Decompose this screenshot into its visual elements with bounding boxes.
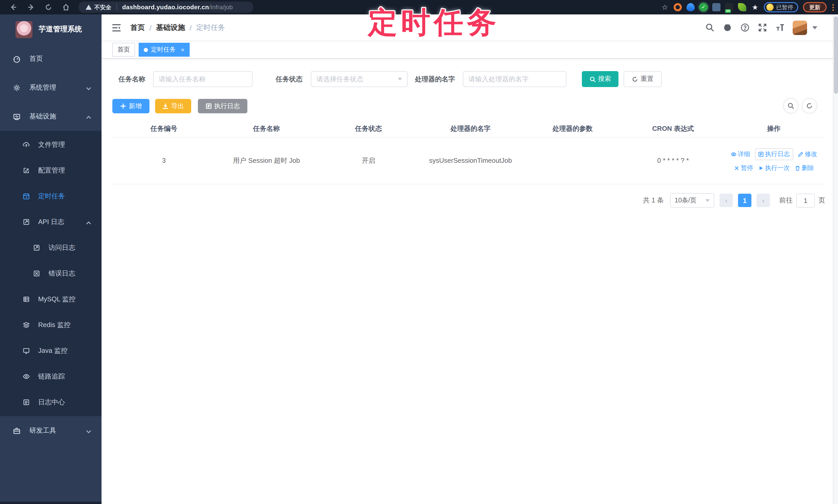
infrastructure-icon bbox=[13, 112, 21, 120]
sidebar-item-home[interactable]: 首页 bbox=[0, 44, 102, 73]
sidebar-item-label: 配置管理 bbox=[38, 166, 65, 175]
scrollbar-thumb[interactable] bbox=[834, 17, 838, 94]
chevron-up-icon bbox=[86, 114, 91, 119]
jobs-table: 任务编号 任务名称 任务状态 处理器的名字 处理器的参数 CRON 表达式 操作… bbox=[112, 121, 825, 184]
extension-green-icon[interactable]: ✓ bbox=[699, 3, 708, 11]
close-icon[interactable]: × bbox=[181, 46, 185, 53]
profile-paused-badge[interactable]: 已暂停 bbox=[764, 2, 798, 12]
run-once-link-label: 执行一次 bbox=[765, 164, 790, 173]
job-name-input[interactable] bbox=[153, 71, 252, 87]
forward-icon[interactable] bbox=[27, 3, 35, 11]
fullscreen-icon[interactable] bbox=[757, 23, 767, 32]
page-1-button[interactable]: 1 bbox=[738, 194, 751, 207]
toggle-search-icon[interactable] bbox=[784, 99, 798, 113]
extension-star-icon[interactable]: ★ bbox=[751, 3, 759, 11]
edit-link[interactable]: 修改 bbox=[798, 150, 817, 159]
pause-link[interactable]: 暂停 bbox=[734, 164, 753, 173]
delete-link[interactable]: 删除 bbox=[795, 164, 814, 173]
address-bar[interactable]: 不安全 dashboard.yudao.iocoder.cn /infra/jo… bbox=[78, 2, 254, 13]
sidebar-item-redis-monitor[interactable]: Redis 监控 bbox=[0, 312, 102, 338]
reset-button[interactable]: 重置 bbox=[624, 71, 662, 87]
sidebar-item-file-manage[interactable]: 文件管理 bbox=[0, 132, 102, 158]
col-actions: 操作 bbox=[722, 121, 825, 137]
breadcrumb-infra[interactable]: 基础设施 bbox=[156, 23, 185, 32]
home-icon[interactable] bbox=[62, 3, 70, 11]
breadcrumb-home[interactable]: 首页 bbox=[130, 23, 145, 32]
job-name-label: 任务名称 bbox=[119, 75, 145, 84]
search-icon[interactable] bbox=[705, 23, 714, 32]
detail-link[interactable]: 详细 bbox=[731, 150, 750, 159]
reload-icon[interactable] bbox=[44, 3, 53, 11]
goto-page-input[interactable] bbox=[796, 193, 815, 207]
sidebar-item-label: MySQL 监控 bbox=[38, 294, 75, 304]
sidebar-item-label: 链路追踪 bbox=[38, 372, 65, 381]
sidebar-item-log-center[interactable]: 日志中心 bbox=[0, 390, 102, 415]
goto-page: 前往 页 bbox=[779, 193, 825, 207]
sidebar-item-mysql-monitor[interactable]: MySQL 监控 bbox=[0, 286, 102, 312]
browser-update-button[interactable]: 更新 bbox=[803, 2, 827, 12]
sidebar-item-api-log[interactable]: API 日志 bbox=[0, 209, 102, 235]
extension-orange-icon[interactable] bbox=[674, 3, 682, 11]
timer-icon bbox=[23, 193, 30, 200]
app-logo-row[interactable]: 芋道管理系统 bbox=[0, 14, 102, 44]
avatar[interactable] bbox=[793, 20, 807, 35]
run-once-link[interactable]: 执行一次 bbox=[758, 164, 790, 173]
security-warning[interactable]: 不安全 bbox=[86, 3, 111, 11]
sidebar-item-scheduled-job[interactable]: 定时任务 bbox=[0, 183, 102, 209]
col-job-name: 任务名称 bbox=[215, 121, 317, 137]
sidebar-item-access-log[interactable]: 访问日志 bbox=[0, 235, 102, 260]
extension-leaf-icon[interactable] bbox=[738, 3, 746, 11]
job-log-button-label: 执行日志 bbox=[214, 102, 240, 110]
job-status-select[interactable]: 请选择任务状态 bbox=[311, 71, 408, 87]
row-job-log-link[interactable]: 执行日志 bbox=[755, 148, 793, 160]
sidebar-item-config-manage[interactable]: 配置管理 bbox=[0, 158, 102, 183]
tab-home[interactable]: 首页 bbox=[112, 43, 135, 57]
job-log-button[interactable]: 执行日志 bbox=[198, 99, 247, 113]
font-size-icon[interactable] bbox=[775, 23, 784, 32]
cell-cron: 0 * * * * ? * bbox=[624, 137, 722, 184]
filter-form: 任务名称 任务状态 请选择任务状态 处理器的名字 搜索 重置 bbox=[102, 71, 833, 88]
reset-button-label: 重置 bbox=[641, 75, 653, 84]
breadcrumb-separator: / bbox=[190, 23, 192, 32]
sidebar-item-label: API 日志 bbox=[38, 217, 64, 227]
add-button[interactable]: 新增 bbox=[112, 99, 150, 113]
chevron-down-icon bbox=[86, 85, 91, 90]
cell-job-id: 3 bbox=[112, 137, 215, 184]
screen: 不安全 dashboard.yudao.iocoder.cn /infra/jo… bbox=[0, 0, 838, 504]
search-button[interactable]: 搜索 bbox=[582, 71, 618, 87]
sidebar-item-label: 错误日志 bbox=[49, 269, 75, 278]
back-icon[interactable] bbox=[9, 3, 18, 11]
cell-job-status: 开启 bbox=[317, 137, 420, 184]
app-title: 芋道管理系统 bbox=[39, 25, 82, 34]
hamburger-icon[interactable] bbox=[112, 23, 121, 32]
extension-drop-icon[interactable] bbox=[686, 3, 695, 11]
sidebar-item-dev-tools[interactable]: 研发工具 bbox=[0, 416, 102, 445]
sidebar-item-label: Redis 监控 bbox=[38, 320, 71, 330]
page-size-select[interactable]: 10条/页 bbox=[670, 193, 714, 208]
bookmark-star-icon[interactable]: ☆ bbox=[661, 3, 669, 11]
sidebar-item-trace[interactable]: 链路追踪 bbox=[0, 364, 102, 390]
sidebar-item-error-log[interactable]: 错误日志 bbox=[0, 260, 102, 286]
help-icon[interactable] bbox=[740, 23, 749, 32]
extension-puzzle-icon[interactable] bbox=[712, 3, 720, 11]
access-log-icon bbox=[33, 244, 40, 251]
export-button[interactable]: 导出 bbox=[155, 99, 191, 113]
caret-down-icon[interactable] bbox=[812, 26, 817, 29]
handler-name-input[interactable] bbox=[463, 71, 566, 87]
extension-switch-icon[interactable]: on bbox=[725, 3, 733, 11]
refresh-icon[interactable] bbox=[802, 99, 816, 113]
page-scrollbar[interactable] bbox=[833, 14, 838, 504]
cell-actions: 详细 执行日志 修改 暂停 执行一次 删除 bbox=[722, 137, 825, 184]
sidebar-item-infra[interactable]: 基础设施 bbox=[0, 102, 102, 131]
chevron-up-icon bbox=[86, 219, 91, 224]
sidebar-item-label: 研发工具 bbox=[29, 426, 56, 435]
detail-link-label: 详细 bbox=[738, 150, 750, 159]
browser-menu-icon[interactable] bbox=[832, 4, 834, 11]
prev-page-button[interactable]: ‹ bbox=[719, 194, 733, 207]
github-icon[interactable] bbox=[722, 23, 732, 32]
tab-scheduled-job[interactable]: 定时任务 × bbox=[139, 43, 190, 57]
next-page-button[interactable]: › bbox=[756, 194, 770, 207]
sidebar-item-system[interactable]: 系统管理 bbox=[0, 73, 102, 102]
sidebar-item-java-monitor[interactable]: Java 监控 bbox=[0, 338, 102, 364]
cell-job-name: 用户 Session 超时 Job bbox=[215, 137, 317, 184]
